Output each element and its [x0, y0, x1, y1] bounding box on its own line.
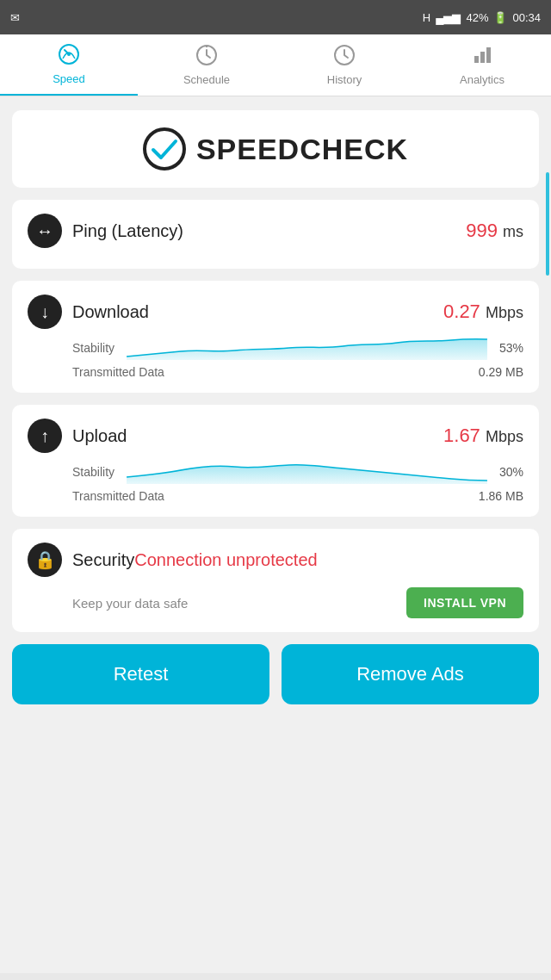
tab-speed[interactable]: Speed — [0, 34, 138, 96]
ping-value: 999 ms — [466, 220, 523, 242]
scrollbar[interactable] — [546, 172, 549, 276]
ping-title: Ping (Latency) — [72, 221, 183, 241]
battery-icon: 🔋 — [493, 11, 507, 24]
security-icon: 🔒 — [28, 543, 62, 577]
history-tab-icon — [333, 44, 356, 70]
security-footer: Keep your data safe INSTALL VPN — [72, 587, 523, 618]
schedule-tab-icon — [195, 44, 218, 70]
speed-tab-label: Speed — [53, 72, 85, 85]
svg-rect-6 — [480, 52, 485, 63]
security-subtitle: Keep your data safe — [72, 596, 188, 611]
security-title: SecurityConnection unprotected — [72, 550, 318, 570]
history-tab-label: History — [327, 73, 362, 86]
app-name: SPEEDCHECK — [196, 133, 408, 166]
svg-point-8 — [145, 129, 184, 169]
ping-card: ↔ Ping (Latency) 999 ms — [12, 200, 539, 269]
download-icon: ↓ — [28, 295, 62, 329]
tab-bar: Speed Schedule History Ana — [0, 34, 551, 96]
download-stability-row: Stability 53% — [72, 336, 523, 360]
download-details: Stability 53% — [72, 336, 523, 379]
download-value: 0.27 Mbps — [443, 301, 523, 323]
download-title: Download — [72, 302, 149, 322]
upload-transmitted-row: Transmitted Data 1.86 MB — [72, 489, 523, 503]
upload-title: Upload — [72, 426, 127, 446]
logo-icon — [143, 127, 186, 171]
ping-header: ↔ Ping (Latency) 999 ms — [28, 214, 523, 248]
schedule-tab-label: Schedule — [183, 73, 230, 86]
upload-icon: ↑ — [28, 419, 62, 453]
upload-card: ↑ Upload 1.67 Mbps Stability — [12, 405, 539, 517]
message-icon: ✉ — [10, 11, 20, 24]
status-bar: ✉ H ▄▅▆ 42% 🔋 00:34 — [0, 0, 551, 34]
speed-tab-icon — [58, 43, 80, 69]
bottom-buttons: Retest Remove Ads — [12, 644, 539, 704]
ping-title-group: ↔ Ping (Latency) — [28, 214, 183, 248]
status-right: H ▄▅▆ 42% 🔋 00:34 — [423, 11, 541, 24]
signal-bars: ▄▅▆ — [436, 11, 461, 24]
tab-schedule[interactable]: Schedule — [138, 34, 276, 96]
download-header: ↓ Download 0.27 Mbps — [28, 295, 523, 329]
analytics-tab-label: Analytics — [460, 73, 505, 86]
upload-value: 1.67 Mbps — [443, 425, 523, 447]
upload-header: ↑ Upload 1.67 Mbps — [28, 419, 523, 453]
install-vpn-button[interactable]: INSTALL VPN — [406, 587, 523, 618]
remove-ads-button[interactable]: Remove Ads — [282, 644, 539, 704]
network-type: H — [423, 11, 430, 24]
upload-details: Stability 30% — [72, 460, 523, 503]
security-card: 🔒 SecurityConnection unprotected Keep yo… — [12, 529, 539, 632]
download-sparkline — [127, 336, 487, 360]
retest-button[interactable]: Retest — [12, 644, 269, 704]
logo-area: SPEEDCHECK — [12, 110, 539, 188]
download-title-group: ↓ Download — [28, 295, 149, 329]
status-left: ✉ — [10, 11, 20, 24]
tab-history[interactable]: History — [276, 34, 413, 96]
svg-rect-7 — [486, 47, 491, 63]
upload-sparkline — [127, 460, 487, 484]
analytics-tab-icon — [471, 44, 493, 70]
ping-icon: ↔ — [28, 214, 62, 248]
security-header: 🔒 SecurityConnection unprotected — [28, 543, 523, 577]
svg-rect-5 — [474, 56, 479, 63]
upload-title-group: ↑ Upload — [28, 419, 127, 453]
download-transmitted-row: Transmitted Data 0.29 MB — [72, 365, 523, 379]
tab-analytics[interactable]: Analytics — [413, 34, 551, 96]
main-content: SPEEDCHECK ↔ Ping (Latency) 999 ms ↓ Dow… — [0, 96, 551, 973]
upload-stability-row: Stability 30% — [72, 460, 523, 484]
download-card: ↓ Download 0.27 Mbps Stability — [12, 281, 539, 393]
battery-level: 42% — [466, 11, 488, 24]
time: 00:34 — [512, 11, 541, 24]
